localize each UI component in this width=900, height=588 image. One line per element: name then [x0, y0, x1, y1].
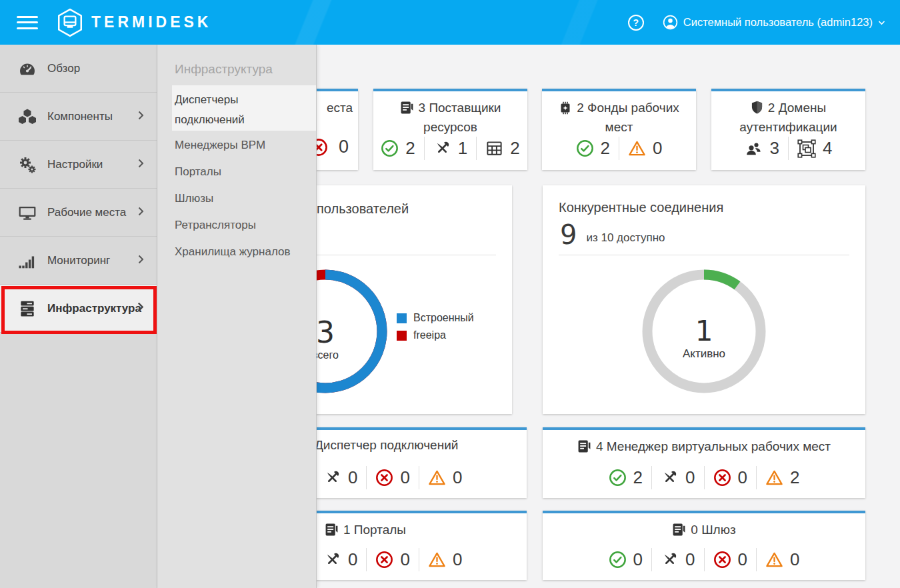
legend-swatch [397, 331, 407, 341]
stat-ok: 2 [372, 137, 423, 160]
submenu-item-gateways[interactable]: Шлюзы [175, 192, 213, 205]
stat-errors: 0 [366, 548, 418, 571]
stat-card-gateways: 0 Шлюз 0 0 0 [543, 511, 865, 580]
stats-row: 3 4 [711, 137, 865, 160]
stat-value: 0 [348, 467, 357, 488]
stat-value: 0 [685, 549, 695, 570]
stat-value: 2 [633, 467, 643, 488]
stat-value: 2 [405, 138, 415, 159]
stat-maintenance: 0 [323, 548, 366, 571]
sidebar-item-infrastructure[interactable]: Инфраструктура [0, 285, 157, 333]
stat-card-vdi-managers: 4 Менеджер виртуальных рабочих мест 2 0 … [543, 427, 865, 498]
warning-triangle-icon [628, 139, 646, 157]
tools-icon [661, 551, 679, 569]
check-circle-icon [609, 469, 627, 487]
sidebar-item-label: Обзор [47, 62, 80, 75]
infrastructure-submenu-panel: Инфраструктура Диспетчеры подключений Ме… [157, 45, 317, 588]
stat-errors: 0 [366, 466, 418, 489]
server-stack-icon [17, 299, 37, 319]
sidebar-item-label: Настройки [47, 158, 103, 171]
stat-value: 3 [770, 138, 779, 159]
sidebar-item-label: Инфраструктура [47, 302, 141, 315]
monitor-icon [17, 203, 37, 222]
legend-label: Встроенный [413, 312, 474, 324]
card-title-text: 2 Фонды рабочих мест [577, 101, 679, 134]
chevron-right-icon [137, 302, 144, 315]
card-title-text: 3 Поставщики ресурсов [419, 101, 501, 134]
chart-legend: Встроенный freeipa [397, 312, 474, 341]
submenu-item-vdi-managers[interactable]: Менеджеры ВРМ [175, 139, 265, 152]
chevron-right-icon [138, 110, 144, 123]
bar-chart-icon [17, 251, 37, 270]
warning-triangle-icon [428, 469, 446, 487]
stat-ok: 2 [567, 137, 619, 160]
stat-warning: 0 [419, 548, 471, 571]
submenu-item-portals[interactable]: Порталы [175, 165, 221, 179]
document-icon [325, 523, 339, 541]
submenu-item-connection-dispatchers[interactable]: Диспетчеры подключений [172, 85, 316, 131]
stat-registered: 2 [476, 137, 528, 160]
stat-maintenance: 1 [424, 137, 476, 160]
stat-value: 0 [790, 549, 799, 570]
document-icon [672, 523, 686, 541]
stat-users: 3 [736, 137, 788, 160]
sidebar-item-workplaces[interactable]: Рабочие места [0, 189, 157, 237]
error-circle-icon [713, 469, 731, 487]
sidebar-item-settings[interactable]: Настройки [0, 141, 157, 189]
user-avatar-icon [663, 15, 678, 30]
tools-icon [323, 551, 341, 569]
chart-title-fragment: пользователей [317, 201, 409, 217]
stat-value: 0 [453, 467, 462, 488]
card-title: 0 Шлюз [543, 513, 865, 541]
sidebar-item-label: Компоненты [47, 110, 113, 123]
stats-row: 2 0 0 2 [543, 466, 865, 489]
stat-value: 0 [738, 467, 747, 488]
table-grid-icon [485, 139, 503, 157]
stat-errors: 0 [704, 466, 756, 489]
chart-title: Конкурентные соединения [559, 200, 723, 215]
stat-value: 0 [400, 467, 409, 488]
brand-title: TERMIDESK [91, 13, 211, 31]
chevron-right-icon [138, 254, 144, 267]
stat-value: 0 [685, 467, 695, 488]
stat-value: 0 [453, 549, 462, 570]
stat-value: 0 [348, 549, 357, 570]
chip-icon [559, 101, 572, 119]
top-bar: TERMIDESK ? Системный пользователь (admi… [0, 0, 900, 45]
donut-active-value: 1 [651, 317, 757, 346]
document-icon [400, 101, 414, 119]
gears-icon [17, 155, 37, 174]
hamburger-menu-icon[interactable] [17, 12, 38, 33]
stat-value: 2 [790, 467, 799, 488]
card-title-text: 4 Менеджер виртуальных рабочих мест [596, 439, 831, 453]
card-title-text: 1 Порталы [343, 523, 406, 537]
cubes-icon [17, 107, 37, 126]
stat-groups: 4 [788, 137, 841, 160]
dashboard-icon [17, 59, 37, 78]
sidebar-item-overview[interactable]: Обзор [0, 45, 157, 93]
card-title-text: 0 Шлюз [691, 523, 735, 537]
help-button[interactable]: ? [628, 15, 644, 31]
submenu-item-log-storages[interactable]: Хранилища журналов [175, 245, 290, 259]
check-circle-icon [381, 139, 399, 157]
error-circle-icon [713, 551, 731, 569]
sidebar-item-components[interactable]: Компоненты [0, 93, 157, 141]
card-title: 2 Фонды рабочих мест [542, 91, 696, 135]
stat-value: 0 [653, 138, 662, 159]
user-menu-button[interactable]: Системный пользователь (admin123) [663, 15, 885, 30]
sidebar-item-monitoring[interactable]: Мониторинг [0, 237, 157, 285]
sidebar-item-label: Мониторинг [47, 254, 110, 267]
stat-value: 4 [823, 138, 832, 159]
termidesk-logo-icon [56, 8, 84, 37]
stats-row: 0 0 0 [323, 548, 471, 571]
divider [559, 255, 849, 255]
shield-icon [751, 101, 763, 119]
stat-value: 0 [400, 549, 409, 570]
check-circle-icon [609, 551, 627, 569]
stat-value: 1 [458, 138, 467, 159]
tools-icon [661, 469, 679, 487]
donut-active-caption: Активно [651, 347, 757, 361]
submenu-item-relays[interactable]: Ретрансляторы [175, 219, 256, 232]
error-circle-icon [375, 469, 393, 487]
tools-icon [433, 139, 451, 157]
